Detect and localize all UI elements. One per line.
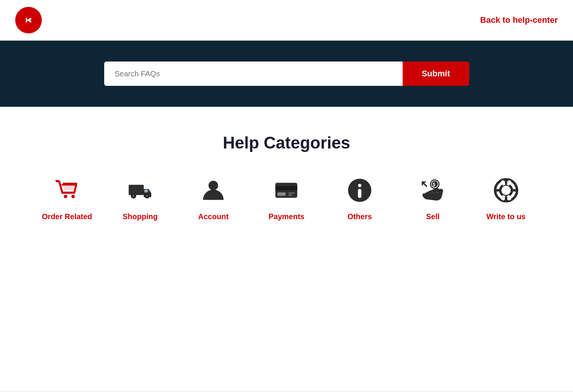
header: Back to help-center xyxy=(0,0,573,41)
svg-point-9 xyxy=(208,181,218,190)
svg-rect-11 xyxy=(276,186,298,190)
logo[interactable] xyxy=(15,7,42,33)
svg-point-0 xyxy=(20,11,37,29)
category-label-others: Others xyxy=(348,212,372,221)
search-input[interactable] xyxy=(104,62,403,86)
category-item-others[interactable]: Others xyxy=(329,175,390,221)
search-form: Submit xyxy=(104,62,469,86)
svg-rect-13 xyxy=(289,192,295,194)
category-item-payments[interactable]: Payments xyxy=(256,175,317,221)
svg-point-16 xyxy=(358,184,361,187)
svg-rect-3 xyxy=(129,185,144,195)
svg-point-8 xyxy=(146,195,148,197)
search-banner: Submit xyxy=(0,41,573,107)
sell-icon: $ xyxy=(417,175,448,205)
back-to-help-center-link[interactable]: Back to help-center xyxy=(480,15,558,25)
svg-point-1 xyxy=(64,195,67,198)
category-label-sell: Sell xyxy=(426,212,440,221)
svg-line-30 xyxy=(508,181,510,185)
categories-title: Help Categories xyxy=(30,133,543,152)
cart-icon xyxy=(52,175,82,205)
svg-text:$: $ xyxy=(433,182,435,187)
svg-rect-14 xyxy=(289,194,293,196)
categories-section: Help Categories Order Related xyxy=(0,107,573,251)
category-item-write-to-us[interactable]: Write to us xyxy=(476,175,536,221)
svg-rect-17 xyxy=(358,189,361,198)
svg-line-29 xyxy=(502,181,504,185)
category-label-account: Account xyxy=(198,212,229,221)
lifesaver-icon xyxy=(491,175,521,205)
submit-button[interactable]: Submit xyxy=(403,62,469,86)
categories-grid: Order Related Shopping xyxy=(30,175,543,221)
category-label-write-to-us: Write to us xyxy=(486,212,525,221)
svg-point-6 xyxy=(132,195,134,197)
truck-icon xyxy=(125,175,156,205)
info-icon xyxy=(344,175,375,205)
category-label-order-related: Order Related xyxy=(42,212,92,221)
svg-rect-4 xyxy=(144,190,148,192)
person-icon xyxy=(198,175,229,205)
svg-point-2 xyxy=(71,195,75,198)
category-item-sell[interactable]: $ Sell xyxy=(402,175,463,221)
category-item-order-related[interactable]: Order Related xyxy=(37,175,97,221)
category-label-shopping: Shopping xyxy=(123,212,158,221)
svg-rect-12 xyxy=(278,192,286,196)
svg-line-31 xyxy=(502,196,504,200)
category-item-account[interactable]: Account xyxy=(183,175,244,221)
category-label-payments: Payments xyxy=(268,212,305,221)
svg-line-32 xyxy=(508,196,510,200)
category-item-shopping[interactable]: Shopping xyxy=(110,175,171,221)
svg-point-28 xyxy=(500,185,512,196)
card-icon xyxy=(271,175,302,205)
